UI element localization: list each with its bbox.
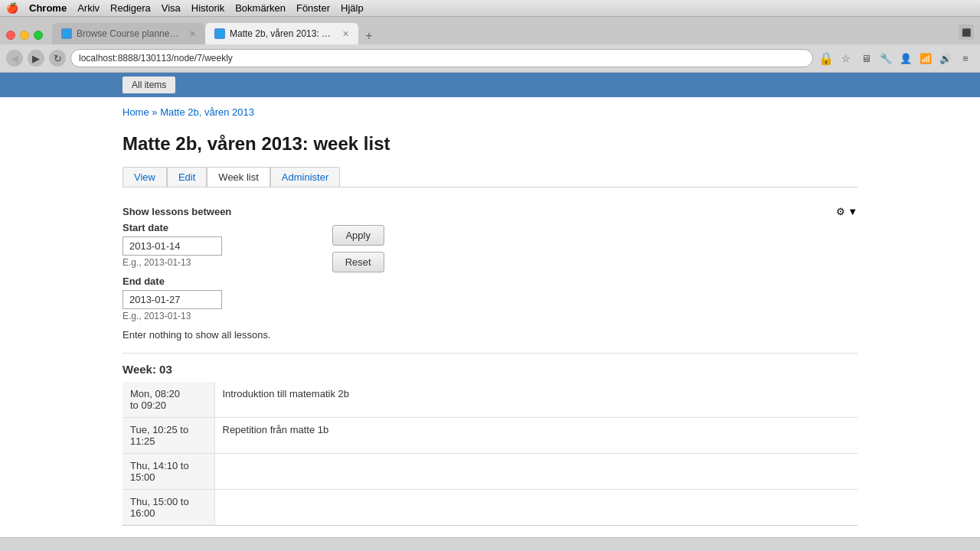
lesson-row: Thu, 15:00 to16:00: [122, 490, 858, 526]
tab-administer[interactable]: Administer: [270, 167, 340, 187]
all-lessons-note: Enter nothing to show all lessons.: [122, 329, 271, 341]
page-nav-bar: All items: [0, 73, 980, 97]
wifi-icon[interactable]: 📶: [917, 50, 934, 67]
action-tabs: View Edit Week list Administer: [122, 167, 858, 187]
close-window-btn[interactable]: [6, 31, 15, 40]
week-header: Week: 03: [122, 363, 858, 376]
lesson-title: Introduktion till matematik 2b: [214, 382, 858, 418]
url-text: localhost:8888/130113/node/7/weekly: [79, 53, 233, 64]
content-wrapper: Home » Matte 2b, våren 2013 Matte 2b, vå…: [0, 97, 980, 526]
reset-button[interactable]: Reset: [332, 252, 384, 272]
end-date-label: End date: [122, 276, 271, 287]
lesson-row: Thu, 14:10 to15:00: [122, 454, 858, 490]
lesson-title: [214, 454, 858, 490]
breadcrumb-sep: »: [152, 106, 157, 118]
menu-arkiv[interactable]: Arkiv: [77, 2, 100, 14]
end-date-hint: E.g., 2013-01-13: [122, 311, 271, 321]
breadcrumb: Home » Matte 2b, våren 2013: [122, 97, 858, 124]
screen-icon[interactable]: 🖥: [858, 50, 874, 67]
end-date-input[interactable]: [122, 290, 222, 309]
tab-browse-course-planner[interactable]: 🌐 Browse Course planner item... ✕: [52, 23, 205, 44]
lesson-time: Tue, 10:25 to11:25: [122, 418, 214, 454]
lesson-time: Thu, 14:10 to15:00: [122, 454, 214, 490]
tab-week-list-action[interactable]: Week list: [207, 167, 270, 187]
lesson-title: Repetition från matte 1b: [214, 418, 858, 454]
breadcrumb-home[interactable]: Home: [122, 106, 149, 118]
tab1-label: Browse Course planner item...: [77, 28, 181, 39]
tab-view[interactable]: View: [122, 167, 167, 187]
toolbar-icon-1[interactable]: 🔒: [818, 50, 835, 67]
menu-bokmarken[interactable]: Bokmärken: [235, 2, 286, 14]
menu-visa[interactable]: Visa: [162, 2, 181, 14]
detach-window-btn[interactable]: ⬛: [959, 24, 974, 40]
gear-settings[interactable]: ⚙ ▼: [836, 206, 858, 217]
tab1-favicon: 🌐: [61, 28, 72, 39]
lesson-row: Mon, 08:20to 09:20Introduktion till mate…: [122, 382, 858, 418]
volume-icon[interactable]: 🔊: [937, 50, 954, 67]
menu-chrome[interactable]: Chrome: [29, 2, 67, 14]
reload-button[interactable]: ↻: [49, 50, 66, 67]
tab2-close[interactable]: ✕: [342, 29, 349, 39]
extension-icon[interactable]: 🔧: [877, 50, 894, 67]
tab1-close[interactable]: ✕: [189, 29, 196, 39]
start-date-label: Start date: [122, 222, 271, 233]
mac-menubar: 🍎 Chrome Arkiv Redigera Visa Historik Bo…: [0, 0, 980, 17]
breadcrumb-current[interactable]: Matte 2b, våren 2013: [160, 106, 254, 118]
forward-button[interactable]: ▶: [28, 50, 44, 67]
lesson-time: Mon, 08:20to 09:20: [122, 382, 214, 418]
lesson-time: Thu, 15:00 to16:00: [122, 490, 214, 526]
start-date-input[interactable]: [122, 236, 222, 256]
tab2-favicon: 🌐: [214, 28, 225, 39]
apply-button[interactable]: Apply: [332, 225, 384, 246]
tab-week-list[interactable]: 🌐 Matte 2b, våren 2013: week... ✕: [205, 23, 358, 44]
lesson-row: Tue, 10:25 to11:25Repetition från matte …: [122, 418, 858, 454]
filter-section: ⚙ ▼ Show lessons between Start date E.g.…: [122, 206, 858, 341]
all-items-nav[interactable]: All items: [122, 77, 175, 93]
tab-edit[interactable]: Edit: [167, 167, 207, 187]
tab-bar: 🌐 Browse Course planner item... ✕ 🌐 Matt…: [0, 17, 980, 44]
chrome-frame: 🌐 Browse Course planner item... ✕ 🌐 Matt…: [0, 17, 980, 73]
back-button[interactable]: ◀: [6, 50, 23, 67]
section-divider: [122, 353, 858, 354]
toolbar-icons: 🔒 ☆ 🖥 🔧 👤 📶 🔊 ≡: [818, 50, 974, 67]
minimize-window-btn[interactable]: [20, 31, 29, 40]
menu-icon[interactable]: ≡: [957, 50, 974, 67]
menu-redigera[interactable]: Redigera: [110, 2, 151, 14]
page-title: Matte 2b, våren 2013: week list: [122, 133, 858, 155]
filter-heading: Show lessons between: [122, 206, 858, 217]
status-bar: [0, 537, 980, 551]
lesson-title: [214, 490, 858, 526]
apple-menu[interactable]: 🍎: [6, 2, 18, 14]
lesson-table: Mon, 08:20to 09:20Introduktion till mate…: [122, 382, 858, 526]
star-icon[interactable]: ☆: [838, 50, 854, 67]
menu-fonster[interactable]: Fönster: [296, 2, 330, 14]
new-tab-button[interactable]: +: [358, 28, 380, 44]
menu-hjalp[interactable]: Hjälp: [341, 2, 364, 14]
maximize-window-btn[interactable]: [34, 31, 43, 40]
tab2-label: Matte 2b, våren 2013: week...: [230, 28, 335, 39]
start-date-hint: E.g., 2013-01-13: [122, 257, 271, 268]
address-bar: ◀ ▶ ↻ localhost:8888/130113/node/7/weekl…: [0, 44, 980, 72]
user-icon[interactable]: 👤: [897, 50, 914, 67]
menu-historik[interactable]: Historik: [191, 2, 224, 14]
url-bar[interactable]: localhost:8888/130113/node/7/weekly: [70, 49, 813, 67]
